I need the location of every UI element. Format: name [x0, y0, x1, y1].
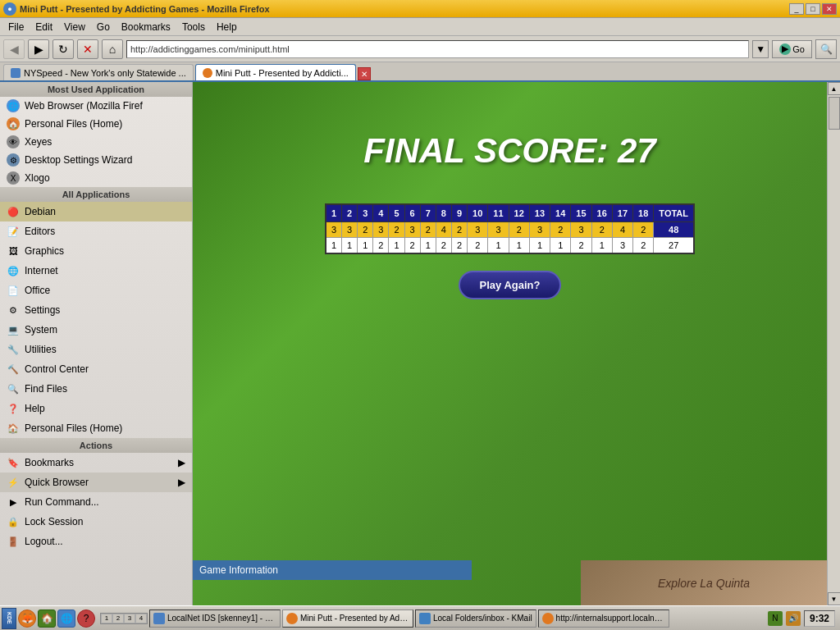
app-personal-files[interactable]: 🏠 Personal Files (Home) — [0, 115, 192, 133]
pager-3[interactable]: 3 — [124, 614, 135, 623]
window-title: Mini Putt - Presented by Addicting Games… — [20, 4, 270, 14]
menu-help[interactable]: Help — [212, 20, 242, 34]
quicklaunch-browser[interactable]: 🌐 — [57, 609, 75, 628]
play-again-button[interactable]: Play Again? — [459, 271, 562, 299]
taskbar-icon-1 — [286, 613, 298, 624]
app-web-browser[interactable]: 🌐 Web Browser (Mozilla Firef — [0, 97, 192, 115]
action-bookmarks[interactable]: 🔖 Bookmarks ▶ — [0, 453, 192, 472]
scroll-up-button[interactable]: ▲ — [828, 82, 841, 95]
action-run-command[interactable]: ▶ Run Command... — [0, 492, 192, 512]
cat-settings[interactable]: ⚙ Settings — [0, 300, 192, 320]
action-label-2: Run Command... — [25, 496, 99, 508]
scroll-thumb[interactable] — [829, 97, 840, 130]
close-tab-button[interactable]: ✕ — [358, 67, 371, 80]
cat-utilities[interactable]: 🔧 Utilities — [0, 340, 192, 359]
quicklaunch-firefox[interactable]: 🦊 — [18, 609, 36, 628]
system-tray: N 🔊 9:32 — [768, 610, 838, 627]
action-quick-browser[interactable]: ⚡ Quick Browser ▶ — [0, 472, 192, 492]
taskbar: KDE 🦊 🏠 🌐 ? 1 2 3 4 LocalNet IDS [skenne… — [0, 605, 840, 630]
action-logout[interactable]: 🚪 Logout... — [0, 532, 192, 551]
search-button[interactable]: 🔍 — [815, 39, 837, 59]
menu-bookmarks[interactable]: Bookmarks — [116, 20, 176, 34]
pager-2[interactable]: 2 — [112, 614, 124, 623]
editors-icon: 📝 — [7, 225, 20, 238]
most-used-header: Most Used Application — [0, 82, 192, 97]
game-area: FINAL SCORE: 27 1 2 3 4 5 6 7 8 9 10 — [193, 82, 827, 605]
cat-debian[interactable]: 🔴 Debian — [0, 202, 192, 221]
taskbar-window-3[interactable]: http://internalsupport.localnet.co — [538, 609, 669, 628]
action-lock-session[interactable]: 🔒 Lock Session — [0, 512, 192, 532]
maximize-button[interactable]: □ — [806, 3, 820, 15]
pager-4[interactable]: 4 — [135, 614, 147, 623]
address-bar[interactable]: http://addictinggames.com/miniputt.html — [126, 40, 749, 58]
col-4: 4 — [373, 204, 389, 222]
minimize-button[interactable]: _ — [789, 3, 804, 15]
app-label-3: Desktop Settings Wizard — [25, 154, 132, 166]
settings-icon: ⚙ — [7, 153, 20, 167]
debian-icon: 🔴 — [7, 205, 20, 218]
cat-label-4: Office — [25, 285, 50, 296]
cat-internet[interactable]: 🌐 Internet — [0, 261, 192, 281]
address-dropdown[interactable]: ▼ — [752, 40, 769, 58]
par-8: 2 — [436, 238, 451, 254]
quicklaunch-help[interactable]: ? — [77, 609, 95, 628]
vertical-scrollbar: ▲ ▼ — [827, 82, 840, 605]
stop-button[interactable]: ✕ — [77, 39, 98, 59]
back-button[interactable]: ◀ — [3, 39, 25, 59]
col-7: 7 — [420, 204, 436, 222]
app-desktop-settings[interactable]: ⚙ Desktop Settings Wizard — [0, 151, 192, 169]
taskbar-window-0[interactable]: LocalNet IDS [skenney1] - Konq — [149, 609, 281, 628]
find-files-icon: 🔍 — [7, 382, 20, 395]
nav-bar: ◀ ▶ ↻ ✕ ⌂ http://addictinggames.com/mini… — [0, 36, 840, 62]
cat-office[interactable]: 📄 Office — [0, 281, 192, 300]
menu-edit[interactable]: Edit — [30, 20, 57, 34]
cat-editors[interactable]: 📝 Editors — [0, 221, 192, 241]
go-icon: ▶ — [779, 43, 791, 55]
app-xeyes[interactable]: 👁 Xeyes — [0, 133, 192, 151]
left-panel: Most Used Application 🌐 Web Browser (Moz… — [0, 82, 193, 605]
tab-0[interactable]: NYSpeed - New York's only Statewide ... — [3, 64, 194, 80]
tab-bar: NYSpeed - New York's only Statewide ... … — [0, 62, 840, 82]
taskbar-window-2[interactable]: Local Folders/inbox - KMail — [415, 609, 536, 628]
home-icon: 🏠 — [7, 117, 20, 130]
taskbar-icon-2 — [419, 613, 431, 624]
home-button[interactable]: ⌂ — [102, 39, 123, 59]
cat-help[interactable]: ❓ Help — [0, 399, 192, 418]
menu-file[interactable]: File — [3, 20, 29, 34]
tab-1[interactable]: Mini Putt - Presented by Addicti... — [195, 64, 356, 80]
score-table: 1 2 3 4 5 6 7 8 9 10 11 12 13 14 — [325, 203, 695, 254]
bookmarks-icon: 🔖 — [7, 456, 20, 469]
eye-icon: 👁 — [7, 135, 20, 148]
cat-system[interactable]: 💻 System — [0, 320, 192, 340]
cat-settings-icon: ⚙ — [7, 304, 20, 317]
menu-tools[interactable]: Tools — [177, 20, 210, 34]
app-xlogo[interactable]: X Xlogo — [0, 169, 192, 187]
help-icon: ❓ — [7, 402, 20, 415]
score-3: 2 — [358, 222, 373, 238]
final-score-display: FINAL SCORE: 27 — [363, 131, 655, 171]
quicklaunch-home[interactable]: 🏠 — [38, 609, 56, 628]
menu-view[interactable]: View — [59, 20, 90, 34]
cat-graphics[interactable]: 🖼 Graphics — [0, 241, 192, 261]
taskbar-icon-3 — [542, 613, 554, 624]
scroll-down-button[interactable]: ▼ — [828, 592, 841, 605]
app-label-0: Web Browser (Mozilla Firef — [25, 100, 143, 112]
taskbar-label-2: Local Folders/inbox - KMail — [433, 614, 532, 623]
menu-go[interactable]: Go — [92, 20, 115, 34]
reload-button[interactable]: ↻ — [52, 39, 74, 59]
score-total: 48 — [654, 222, 694, 238]
cat-personal-files[interactable]: 🏠 Personal Files (Home) — [0, 418, 192, 438]
score-6: 3 — [404, 222, 420, 238]
score-16: 2 — [591, 222, 612, 238]
cat-control-center[interactable]: 🔨 Control Center — [0, 359, 192, 379]
taskbar-window-1[interactable]: Mini Putt - Presented by Addict — [282, 609, 413, 628]
col-12: 12 — [509, 204, 529, 222]
cat-label-8: Control Center — [25, 363, 89, 375]
kde-branding[interactable]: KDE — [2, 608, 16, 629]
close-button[interactable]: ✕ — [822, 3, 837, 15]
forward-button[interactable]: ▶ — [28, 39, 49, 59]
pager-1[interactable]: 1 — [101, 614, 112, 623]
col-3: 3 — [358, 204, 373, 222]
cat-find-files[interactable]: 🔍 Find Files — [0, 379, 192, 399]
go-button[interactable]: ▶ Go — [772, 40, 812, 58]
